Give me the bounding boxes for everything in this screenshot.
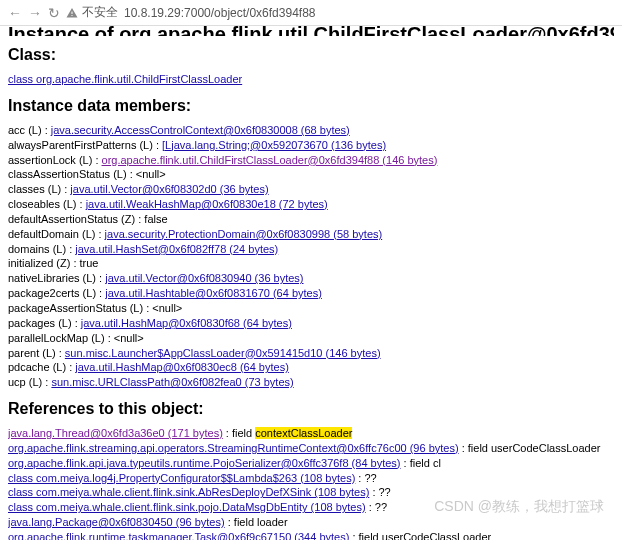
refs-heading: References to this object: <box>8 400 614 418</box>
member-label: nativeLibraries (L) : <box>8 272 105 284</box>
reference-suffix: : field cl <box>401 457 441 469</box>
reference-row: org.apache.flink.runtime.taskmanager.Tas… <box>8 530 614 540</box>
reference-link[interactable]: org.apache.flink.api.java.typeutils.runt… <box>8 457 401 469</box>
member-label: ucp (L) : <box>8 376 51 388</box>
class-link[interactable]: class org.apache.flink.util.ChildFirstCl… <box>8 73 242 85</box>
member-label: package2certs (L) : <box>8 287 105 299</box>
member-label: defaultAssertionStatus (Z) : false <box>8 213 168 225</box>
member-row: defaultDomain (L) : java.security.Protec… <box>8 227 614 242</box>
highlight: contextClassLoader <box>255 427 352 439</box>
member-link[interactable]: java.util.Vector@0x6f08302d0 (36 bytes) <box>70 183 268 195</box>
reference-link[interactable]: class com.meiya.whale.client.flink.sink.… <box>8 486 369 498</box>
reference-link[interactable]: java.lang.Package@0x6f0830450 (96 bytes) <box>8 516 225 528</box>
member-row: nativeLibraries (L) : java.util.Vector@0… <box>8 271 614 286</box>
reference-suffix: : ?? <box>355 472 376 484</box>
reference-link[interactable]: java.lang.Thread@0x6fd3a36e0 (171 bytes) <box>8 427 223 439</box>
reference-row: class com.meiya.log4j.PropertyConfigurat… <box>8 471 614 486</box>
member-row: parallelLockMap (L) : <null> <box>8 331 614 346</box>
reference-row: java.lang.Package@0x6f0830450 (96 bytes)… <box>8 515 614 530</box>
member-label: packages (L) : <box>8 317 81 329</box>
reference-link[interactable]: class com.meiya.whale.client.flink.sink.… <box>8 501 366 513</box>
reference-link[interactable]: org.apache.flink.runtime.taskmanager.Tas… <box>8 531 349 540</box>
reference-link[interactable]: org.apache.flink.streaming.api.operators… <box>8 442 459 454</box>
member-row: assertionLock (L) : org.apache.flink.uti… <box>8 153 614 168</box>
member-row: packageAssertionStatus (L) : <null> <box>8 301 614 316</box>
member-row: defaultAssertionStatus (Z) : false <box>8 212 614 227</box>
member-row: acc (L) : java.security.AccessControlCon… <box>8 123 614 138</box>
member-row: ucp (L) : sun.misc.URLClassPath@0x6f082f… <box>8 375 614 390</box>
member-label: packageAssertionStatus (L) : <null> <box>8 302 182 314</box>
member-label: parallelLockMap (L) : <null> <box>8 332 144 344</box>
member-label: assertionLock (L) : <box>8 154 102 166</box>
member-row: classAssertionStatus (L) : <null> <box>8 167 614 182</box>
member-row: domains (L) : java.util.HashSet@0x6f082f… <box>8 242 614 257</box>
nav-back-icon[interactable]: ← <box>8 5 22 21</box>
reference-row: org.apache.flink.api.java.typeutils.runt… <box>8 456 614 471</box>
member-link[interactable]: [Ljava.lang.String;@0x592073670 (136 byt… <box>162 139 386 151</box>
member-link[interactable]: java.util.WeakHashMap@0x6f0830e18 (72 by… <box>86 198 328 210</box>
member-label: defaultDomain (L) : <box>8 228 105 240</box>
reference-row: class com.meiya.whale.client.flink.sink.… <box>8 485 614 500</box>
member-label: initialized (Z) : true <box>8 257 98 269</box>
reference-suffix: : field userCodeClassLoader <box>349 531 491 540</box>
member-label: classAssertionStatus (L) : <null> <box>8 168 166 180</box>
member-label: classes (L) : <box>8 183 70 195</box>
members-heading: Instance data members: <box>8 97 614 115</box>
reference-suffix: : ?? <box>366 501 387 513</box>
reference-suffix: : ?? <box>369 486 390 498</box>
member-link[interactable]: java.util.HashSet@0x6f082ff78 (24 bytes) <box>75 243 278 255</box>
member-label: acc (L) : <box>8 124 51 136</box>
reference-row: java.lang.Thread@0x6fd3a36e0 (171 bytes)… <box>8 426 614 441</box>
member-row: pdcache (L) : java.util.HashMap@0x6f0830… <box>8 360 614 375</box>
member-link[interactable]: java.util.HashMap@0x6f0830f68 (64 bytes) <box>81 317 292 329</box>
insecure-badge: 不安全 <box>66 4 118 21</box>
member-link[interactable]: java.security.AccessControlContext@0x6f0… <box>51 124 350 136</box>
member-row: initialized (Z) : true <box>8 256 614 271</box>
member-row: package2certs (L) : java.util.Hashtable@… <box>8 286 614 301</box>
member-link[interactable]: org.apache.flink.util.ChildFirstClassLoa… <box>102 154 438 166</box>
page-content: Instance of org.apache.flink.util.ChildF… <box>0 26 622 540</box>
member-label: domains (L) : <box>8 243 75 255</box>
member-row: parent (L) : sun.misc.Launcher$AppClassL… <box>8 346 614 361</box>
reference-row: class com.meiya.whale.client.flink.sink.… <box>8 500 614 515</box>
reference-row: org.apache.flink.streaming.api.operators… <box>8 441 614 456</box>
member-link[interactable]: java.util.HashMap@0x6f0830ec8 (64 bytes) <box>75 361 289 373</box>
nav-forward-icon[interactable]: → <box>28 5 42 21</box>
class-heading: Class: <box>8 46 614 64</box>
member-row: alwaysParentFirstPatterns (L) : [Ljava.l… <box>8 138 614 153</box>
member-row: closeables (L) : java.util.WeakHashMap@0… <box>8 197 614 212</box>
member-link[interactable]: sun.misc.URLClassPath@0x6f082fea0 (73 by… <box>51 376 293 388</box>
nav-reload-icon[interactable]: ↻ <box>48 5 60 21</box>
reference-suffix: : field userCodeClassLoader <box>459 442 601 454</box>
member-label: pdcache (L) : <box>8 361 75 373</box>
member-row: packages (L) : java.util.HashMap@0x6f083… <box>8 316 614 331</box>
member-label: alwaysParentFirstPatterns (L) : <box>8 139 162 151</box>
member-row: classes (L) : java.util.Vector@0x6f08302… <box>8 182 614 197</box>
page-title-truncated: Instance of org.apache.flink.util.ChildF… <box>8 20 614 36</box>
member-link[interactable]: java.security.ProtectionDomain@0x6f08309… <box>105 228 383 240</box>
member-link[interactable]: java.util.Vector@0x6f0830940 (36 bytes) <box>105 272 303 284</box>
member-label: closeables (L) : <box>8 198 86 210</box>
reference-suffix: : field <box>223 427 255 439</box>
member-link[interactable]: java.util.Hashtable@0x6f0831670 (64 byte… <box>105 287 322 299</box>
reference-suffix: : field loader <box>225 516 288 528</box>
member-label: parent (L) : <box>8 347 65 359</box>
reference-link[interactable]: class com.meiya.log4j.PropertyConfigurat… <box>8 472 355 484</box>
member-link[interactable]: sun.misc.Launcher$AppClassLoader@0x59141… <box>65 347 381 359</box>
insecure-label: 不安全 <box>82 4 118 21</box>
url-text[interactable]: 10.8.19.29:7000/object/0x6fd394f88 <box>124 6 316 20</box>
warning-icon <box>66 7 78 19</box>
